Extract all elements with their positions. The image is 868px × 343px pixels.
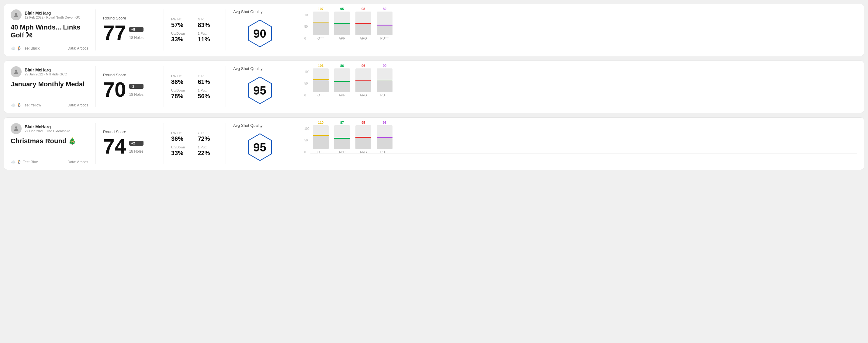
holes-label: 18 Holes — [129, 149, 144, 154]
user-date-course: 12 Feb 2022 · Royal North Devon GC — [25, 15, 80, 19]
svg-point-2 — [15, 126, 17, 129]
avatar — [11, 9, 22, 20]
fw-hit-value: 86% — [171, 79, 192, 86]
quality-score: 95 — [253, 141, 266, 154]
user-name: Blair McHarg — [25, 67, 67, 72]
weather-icon: ☁️ — [11, 46, 16, 51]
gir-stat: GIR 83% — [198, 17, 219, 29]
gir-value: 72% — [198, 135, 219, 142]
gir-stat: GIR 72% — [198, 131, 219, 142]
weather-icon: ☁️ — [11, 160, 16, 164]
card-score: Round Score 74 +2 18 Holes — [103, 123, 164, 164]
holes-label: 18 Holes — [129, 36, 144, 40]
data-source: Data: Arccos — [67, 103, 88, 107]
gir-label: GIR — [198, 74, 219, 78]
round-card: Blair McHarg 12 Feb 2022 · Royal North D… — [4, 4, 864, 56]
card-footer: ☁️ 🏌 Tee: Yellow Data: Arccos — [11, 103, 88, 107]
round-card: Blair McHarg 29 Jan 2022 · Mill Ride GCC… — [4, 61, 864, 113]
updown-label: Up/Down — [171, 89, 192, 92]
updown-value: 33% — [171, 36, 192, 43]
svg-point-0 — [15, 13, 17, 15]
quality-label: Avg Shot Quality — [233, 66, 263, 71]
updown-stat: Up/Down 33% — [171, 32, 192, 43]
oneputt-label: 1 Putt — [198, 145, 219, 149]
card-stats: FW Hit 36% GIR 72% Up/Down 33% 1 Putt 22… — [171, 123, 226, 164]
bag-icon: 🏌 — [17, 46, 22, 51]
user-info: Blair McHarg 27 Dec 2021 · The Oxfordshi… — [11, 123, 88, 134]
quality-label: Avg Shot Quality — [233, 9, 263, 14]
fw-hit-label: FW Hit — [171, 17, 192, 21]
score-badge: +5 — [129, 27, 144, 32]
card-footer: ☁️ 🏌 Tee: Blue Data: Arccos — [11, 160, 88, 164]
gir-value: 61% — [198, 79, 219, 86]
bag-icon: 🏌 — [17, 103, 22, 107]
card-chart: 100500 110 OTT 87 APP 95 ARG 93 — [301, 123, 857, 164]
card-footer: ☁️ 🏌 Tee: Black Data: Arccos — [11, 46, 88, 51]
data-source: Data: Arccos — [67, 46, 88, 51]
round-score-label: Round Score — [103, 129, 156, 134]
score-number: 70 — [103, 79, 126, 100]
fw-hit-stat: FW Hit 36% — [171, 131, 192, 142]
oneputt-label: 1 Putt — [198, 32, 219, 35]
tee-label: Tee: Blue — [23, 160, 38, 164]
oneputt-value: 56% — [198, 93, 219, 100]
score-number: 77 — [103, 22, 126, 43]
quality-score: 90 — [253, 27, 266, 40]
quality-label: Avg Shot Quality — [233, 123, 263, 128]
holes-label: 18 Holes — [129, 92, 144, 97]
card-score: Round Score 77 +5 18 Holes — [103, 9, 164, 51]
card-chart: 100500 107 OTT 95 APP 98 ARG 82 — [301, 9, 857, 51]
round-title: January Monthly Medal — [11, 80, 88, 88]
tee-label: Tee: Yellow — [23, 103, 41, 107]
oneputt-stat: 1 Putt 22% — [198, 145, 219, 157]
updown-stat: Up/Down 33% — [171, 145, 192, 157]
user-info: Blair McHarg 29 Jan 2022 · Mill Ride GCC — [11, 66, 88, 77]
hexagon-container: 95 — [245, 74, 275, 107]
tee-info: ☁️ 🏌 Tee: Blue — [11, 160, 38, 164]
score-badge: +2 — [129, 141, 144, 146]
hexagon-container: 95 — [245, 131, 275, 164]
score-badge: -2 — [129, 84, 144, 89]
oneputt-stat: 1 Putt 11% — [198, 32, 219, 43]
data-source: Data: Arccos — [67, 160, 88, 164]
fw-hit-stat: FW Hit 57% — [171, 17, 192, 29]
round-score-label: Round Score — [103, 73, 156, 77]
card-left: Blair McHarg 29 Jan 2022 · Mill Ride GCC… — [11, 66, 96, 107]
score-row: 77 +5 18 Holes — [103, 22, 156, 43]
updown-value: 78% — [171, 93, 192, 100]
round-title: 40 Mph Winds... Links Golf 🌬 — [11, 23, 88, 39]
hexagon-container: 90 — [245, 17, 275, 51]
card-stats: FW Hit 86% GIR 61% Up/Down 78% 1 Putt 56… — [171, 66, 226, 107]
stats-grid: FW Hit 57% GIR 83% Up/Down 33% 1 Putt 11… — [171, 17, 218, 43]
user-date-course: 29 Jan 2022 · Mill Ride GCC — [25, 72, 67, 76]
updown-label: Up/Down — [171, 32, 192, 35]
card-quality: Avg Shot Quality 95 — [233, 123, 294, 164]
user-name: Blair McHarg — [25, 124, 70, 129]
fw-hit-stat: FW Hit 86% — [171, 74, 192, 86]
tee-label: Tee: Black — [23, 46, 39, 51]
stats-grid: FW Hit 36% GIR 72% Up/Down 33% 1 Putt 22… — [171, 131, 218, 157]
avatar — [11, 123, 22, 134]
updown-label: Up/Down — [171, 145, 192, 149]
oneputt-value: 22% — [198, 150, 219, 157]
avatar — [11, 66, 22, 77]
fw-hit-value: 36% — [171, 135, 192, 142]
card-stats: FW Hit 57% GIR 83% Up/Down 33% 1 Putt 11… — [171, 9, 226, 51]
card-quality: Avg Shot Quality 90 — [233, 9, 294, 51]
card-left: Blair McHarg 12 Feb 2022 · Royal North D… — [11, 9, 96, 51]
round-title: Christmas Round 🎄 — [11, 137, 88, 145]
svg-point-1 — [15, 70, 17, 72]
oneputt-stat: 1 Putt 56% — [198, 89, 219, 100]
fw-hit-label: FW Hit — [171, 74, 192, 78]
quality-score: 95 — [253, 84, 266, 97]
user-date-course: 27 Dec 2021 · The Oxfordshire — [25, 129, 70, 133]
oneputt-value: 11% — [198, 36, 219, 43]
round-card: Blair McHarg 27 Dec 2021 · The Oxfordshi… — [4, 117, 864, 170]
card-chart: 100500 101 OTT 86 APP 96 ARG 99 — [301, 66, 857, 107]
card-left: Blair McHarg 27 Dec 2021 · The Oxfordshi… — [11, 123, 96, 164]
user-name: Blair McHarg — [25, 11, 80, 15]
score-row: 74 +2 18 Holes — [103, 136, 156, 157]
fw-hit-label: FW Hit — [171, 131, 192, 135]
gir-label: GIR — [198, 131, 219, 135]
gir-value: 83% — [198, 22, 219, 29]
